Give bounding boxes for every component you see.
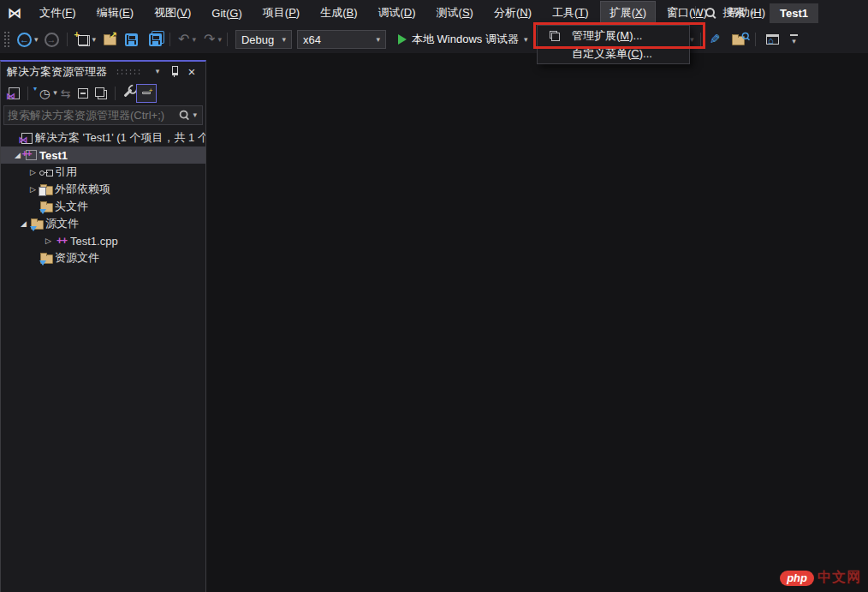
redo-button[interactable]: ↷ bbox=[201, 28, 217, 51]
panel-drag-texture[interactable] bbox=[116, 69, 141, 76]
titlebar-right-group: 搜索 ▾ Test1 bbox=[687, 0, 868, 26]
save-all-button[interactable] bbox=[144, 28, 164, 51]
divider bbox=[695, 6, 696, 20]
sync-active-document-button[interactable]: + bbox=[136, 84, 157, 103]
redo-caret-icon[interactable]: ▾ bbox=[217, 36, 222, 44]
undo-button[interactable]: ↶ bbox=[175, 28, 192, 51]
collapse-all-button[interactable] bbox=[74, 84, 92, 103]
expand-arrow-icon[interactable]: ◢ bbox=[13, 151, 22, 159]
collapse-all-icon bbox=[78, 88, 88, 99]
pending-changes-filter-button[interactable]: ▾ ◷ bbox=[33, 84, 53, 103]
tree-item-project-test1[interactable]: ◢ ++ Test1 bbox=[1, 147, 205, 164]
configuration-value: Debug bbox=[241, 33, 274, 46]
chevron-down-icon: ▾ bbox=[792, 38, 796, 45]
properties-button[interactable] bbox=[120, 84, 136, 103]
browse-folder-button[interactable] bbox=[729, 28, 747, 51]
search-options-caret[interactable]: ▾ bbox=[193, 111, 197, 119]
menu-project[interactable]: 项目(P) bbox=[253, 1, 309, 25]
external-dependencies-folder-icon bbox=[38, 183, 55, 195]
tree-item-header-files[interactable]: 头文件 bbox=[1, 198, 205, 215]
solution-home-button[interactable]: ⌂ bbox=[764, 28, 782, 51]
tree-item-label: 外部依赖项 bbox=[55, 182, 110, 197]
find-in-files-button[interactable]: ✎ bbox=[707, 28, 723, 51]
pin-button[interactable] bbox=[167, 64, 182, 80]
collapse-arrow-icon[interactable]: ▷ bbox=[44, 236, 53, 245]
menu-file[interactable]: 文件(F) bbox=[30, 1, 86, 25]
panel-title-bar[interactable]: 解决方案资源管理器 ▾ × bbox=[1, 62, 205, 81]
back-dropdown-caret-icon[interactable]: ▾ bbox=[34, 36, 39, 44]
menu-analyze[interactable]: 分析(N) bbox=[485, 1, 541, 25]
solution-search-input[interactable] bbox=[4, 109, 178, 122]
new-project-caret-icon[interactable]: ▾ bbox=[92, 36, 97, 44]
solution-tree: ⋈ 解决方案 'Test1' (1 个项目，共 1 个) ◢ ++ Test1 … bbox=[1, 128, 205, 266]
divider bbox=[227, 33, 228, 46]
tree-item-resource-files[interactable]: 资源文件 bbox=[1, 249, 205, 266]
panel-toolbar: ⋈ ▾ ◷ ▾ ⇆ + bbox=[1, 81, 205, 105]
cpp-project-icon: ++ bbox=[22, 150, 39, 160]
solution-explorer-panel: 解决方案资源管理器 ▾ × ⋈ ▾ ◷ ▾ ⇆ + bbox=[0, 60, 206, 592]
expand-arrow-icon[interactable]: ◢ bbox=[19, 219, 28, 228]
filter-folder-icon bbox=[38, 252, 55, 264]
global-search-button[interactable]: 搜索 ▾ bbox=[705, 5, 754, 21]
sparkle-icon: + bbox=[74, 29, 80, 39]
menu-bar: ⋈ 文件(F) 编辑(E) 视图(V) Git(G) 项目(P) 生成(B) 调… bbox=[0, 0, 868, 26]
toolbar-grip-handle[interactable] bbox=[3, 31, 9, 48]
new-project-button[interactable]: + bbox=[73, 28, 92, 51]
solution-search-box[interactable]: ▾ bbox=[3, 105, 203, 125]
watermark: php 中文网 bbox=[780, 569, 861, 587]
search-icon bbox=[741, 32, 751, 41]
open-arrow-icon: ↗ bbox=[110, 30, 117, 41]
start-debugging-button[interactable]: 本地 Windows 调试器 ▾ bbox=[389, 28, 531, 51]
open-folder-icon: ↗ bbox=[104, 36, 116, 45]
sync-selection-button[interactable]: ⇆ bbox=[57, 84, 74, 103]
menu-debug[interactable]: 调试(D) bbox=[369, 1, 425, 25]
vs-window: { "window": { "logo_glyph": "⋈" }, "icon… bbox=[0, 0, 868, 592]
collapse-arrow-icon[interactable]: ▷ bbox=[28, 168, 38, 176]
tree-item-external-dependencies[interactable]: ▷ 外部依赖项 bbox=[1, 181, 205, 198]
close-panel-button[interactable]: × bbox=[184, 64, 199, 80]
menu-build[interactable]: 生成(B) bbox=[311, 1, 366, 25]
pen-edit-icon: ✎ bbox=[710, 32, 721, 47]
menu-view[interactable]: 视图(V) bbox=[145, 1, 200, 25]
tree-item-label: 引用 bbox=[55, 164, 77, 180]
collapse-arrow-icon[interactable]: ▷ bbox=[28, 185, 38, 194]
run-target-label: 本地 Windows 调试器 bbox=[412, 32, 519, 47]
undo-caret-icon[interactable]: ▾ bbox=[192, 36, 196, 44]
navigate-forward-button[interactable]: → bbox=[42, 28, 62, 51]
tree-item-label: Test1 bbox=[39, 149, 68, 162]
solution-platform-select[interactable]: x64 ▾ bbox=[297, 30, 386, 49]
overflow-bar-icon bbox=[790, 34, 798, 36]
open-file-button[interactable]: ↗ bbox=[101, 28, 119, 51]
tree-item-solution[interactable]: ⋈ 解决方案 'Test1' (1 个项目，共 1 个) bbox=[1, 129, 205, 147]
divider bbox=[67, 33, 68, 46]
toolbar-right-icons: ▾ ✎ ⌂ ▾ bbox=[690, 26, 798, 53]
tree-item-source-files[interactable]: ◢ 源文件 bbox=[1, 215, 205, 232]
house-icon: ⌂ bbox=[768, 35, 774, 45]
toolbar-overflow-button[interactable]: ▾ bbox=[790, 34, 798, 45]
chevron-down-icon: ▾ bbox=[376, 36, 380, 44]
panel-options-caret[interactable]: ▾ bbox=[150, 64, 165, 80]
navigate-back-button[interactable]: ← bbox=[15, 28, 34, 51]
tree-item-test1-cpp[interactable]: ▷ ++ Test1.cpp bbox=[1, 232, 205, 249]
menu-extensions[interactable]: 扩展(X) bbox=[600, 1, 656, 25]
show-all-files-button[interactable] bbox=[92, 84, 110, 103]
save-icon bbox=[125, 33, 138, 46]
menu-edit[interactable]: 编辑(E) bbox=[87, 1, 143, 25]
standard-toolbar: ← ▾ → + ▾ ↗ ↶ ▾ ↷ ▾ Debug ▾ x64 ▾ 本地 Win… bbox=[0, 26, 868, 53]
menu-test[interactable]: 测试(S) bbox=[427, 1, 483, 25]
divider bbox=[27, 87, 28, 100]
sparkle-icon: + bbox=[149, 87, 153, 94]
solution-configuration-select[interactable]: Debug ▾ bbox=[235, 30, 292, 49]
menu-tools[interactable]: 工具(T) bbox=[543, 1, 598, 25]
menu-git[interactable]: Git(G) bbox=[202, 3, 251, 24]
account-button[interactable]: Test1 bbox=[770, 3, 818, 23]
chevron-down-icon: ▾ bbox=[524, 36, 528, 44]
panel-search-area: ▾ bbox=[1, 105, 205, 128]
pin-marker-icon: ▾ bbox=[33, 85, 37, 93]
search-icon bbox=[705, 7, 717, 20]
switch-views-button[interactable]: ⋈ bbox=[5, 84, 23, 103]
tree-item-references[interactable]: ▷ 引用 bbox=[1, 164, 205, 181]
save-button[interactable] bbox=[122, 28, 140, 51]
divider bbox=[755, 33, 756, 46]
red-annotation-box bbox=[533, 22, 705, 49]
